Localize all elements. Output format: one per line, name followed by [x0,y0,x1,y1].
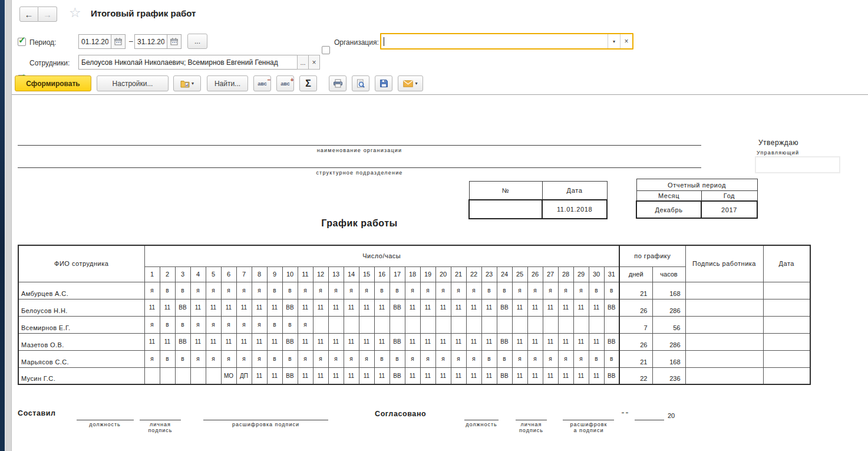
organization-checkbox[interactable] [322,46,330,54]
day-value-cell: 11 [298,333,313,350]
day-value-cell: в [175,350,190,367]
day-value-cell: в [589,282,604,299]
signature-cell [685,282,763,299]
schedule-row: Мазетов О.В.1111ВВ111111111111ВВ11111111… [18,333,810,350]
day-value-cell: в [604,350,619,367]
day-number-header: 13 [328,266,344,282]
day-value-cell: я [420,282,435,299]
day-value-cell: ВВ [390,333,405,350]
day-value-cell: я [190,350,206,367]
send-email-button[interactable]: ▾ [398,75,423,91]
day-value-cell: 11 [374,333,390,350]
day-value-cell: 11 [558,299,573,316]
day-value-cell: в [497,350,512,367]
organization-dropdown-button[interactable]: ▾ [608,34,620,48]
organization-input[interactable] [384,37,608,45]
day-value-cell [175,367,190,384]
day-number-header: 6 [221,266,236,282]
date-value: 11.01.2018 [542,200,607,219]
print-preview-button[interactable] [352,75,369,91]
day-value-cell: 11 [252,299,267,316]
schedule-row: Всемирнов Е.Г.яввяяяяяввя756 [18,316,810,333]
forward-button[interactable]: → [38,6,57,22]
employee-name-cell: Амбурцев А.С. [18,282,144,299]
day-value-cell: 11 [160,333,175,350]
days-total-cell: 26 [619,333,652,350]
period-dash: – [129,37,133,45]
page-title: Итоговый график работ [91,8,196,18]
day-value-cell [543,316,558,333]
day-value-cell: 11 [589,333,604,350]
sigma-icon: Σ [305,78,311,89]
day-value-cell: в [374,350,390,367]
by-schedule-header: по графику [619,245,685,266]
signature-transcript-caption: расшифровка подписи [203,422,328,427]
day-value-cell: я [236,282,252,299]
day-value-cell: я [328,282,344,299]
employees-input[interactable] [79,58,297,67]
report-variants-button[interactable]: ▾ [173,75,201,91]
day-value-cell: я [144,282,160,299]
date-cell [763,282,810,299]
day-number-header: 14 [344,266,359,282]
calendar-button[interactable] [167,35,181,48]
day-value-cell: 11 [405,299,420,316]
day-value-cell: 11 [359,367,374,384]
position-caption: должность [70,422,140,427]
day-value-cell: ВВ [497,367,512,384]
day-value-cell: 11 [558,367,573,384]
day-value-cell: я [405,350,420,367]
day-value-cell: 11 [374,299,390,316]
printer-icon [333,79,343,88]
employees-more-button[interactable]: ... [297,55,309,70]
day-number-header: 11 [298,266,313,282]
increase-font-button[interactable]: авс+ [276,75,294,91]
day-value-cell: в [497,282,512,299]
day-value-cell: 11 [543,333,558,350]
decrease-font-button[interactable]: авс− [253,75,271,91]
settings-button[interactable]: Настройки... [97,75,169,91]
days-total-cell: 21 [619,282,652,299]
day-number-header: 29 [573,266,589,282]
day-value-cell: я [435,350,451,367]
date-column-header: Дата [763,245,810,282]
approval-signature-box [755,156,840,173]
period-to-input[interactable] [135,38,167,46]
day-value-cell: 11 [512,333,527,350]
day-value-cell: я [221,316,236,333]
day-value-cell: я [466,350,481,367]
day-number-header: 16 [374,266,390,282]
abc-plus-icon: авс+ [280,81,289,87]
period-from-input[interactable] [79,38,111,46]
calendar-button[interactable] [111,35,125,48]
day-value-cell: я [359,282,374,299]
day-value-cell: в [175,282,190,299]
hours-subheader: часов [652,266,685,282]
day-number-header: 30 [589,266,604,282]
save-button[interactable] [375,75,392,91]
print-button[interactable] [329,75,346,91]
day-value-cell [558,316,573,333]
day-value-cell [359,316,374,333]
day-value-cell: я [512,282,527,299]
day-value-cell: 11 [267,367,282,384]
date-line [635,412,664,420]
employee-name-cell: Белоусов Н.Н. [18,299,144,316]
find-button[interactable]: Найти... [207,75,248,91]
day-value-cell [160,367,175,384]
period-more-button[interactable]: ... [187,34,207,49]
favorite-star-icon[interactable]: ☆ [69,5,81,21]
day-value-cell: ВВ [497,333,512,350]
day-value-cell: 11 [435,367,451,384]
day-value-cell: 11 [144,299,160,316]
day-value-cell: в [267,316,282,333]
generate-report-button[interactable]: Сформировать [15,75,91,91]
period-checkbox[interactable]: ✓ [18,38,26,46]
day-value-cell [144,367,160,384]
back-button[interactable]: ← [19,6,38,22]
day-value-cell: 11 [344,367,359,384]
autosum-button[interactable]: Σ [299,75,317,91]
employees-clear-button[interactable]: × [308,55,320,70]
organization-clear-button[interactable]: × [620,34,632,48]
day-value-cell: в [481,350,497,367]
